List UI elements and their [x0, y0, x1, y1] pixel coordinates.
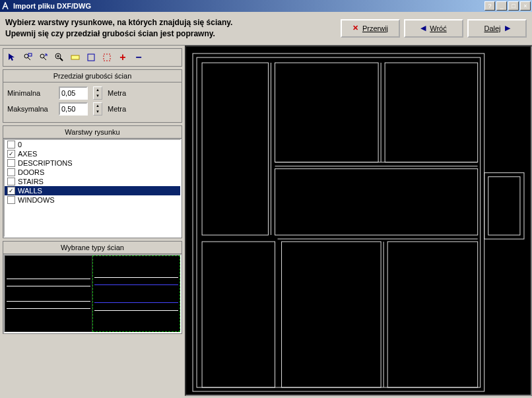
back-button[interactable]: ◀ Wróć [404, 19, 463, 38]
wall-types-panel: Wybrane typy ścian [3, 241, 182, 334]
layer-item-walls[interactable]: ✓WALLS [5, 186, 180, 195]
min-input[interactable] [59, 86, 88, 100]
svg-rect-17 [275, 168, 478, 234]
layer-name: STAIRS [18, 178, 44, 185]
max-input[interactable] [59, 102, 88, 116]
svg-line-6 [60, 58, 63, 61]
svg-rect-19 [488, 176, 520, 234]
layer-checkbox[interactable]: ✓ [7, 187, 15, 195]
svg-rect-15 [275, 63, 379, 162]
min-label: Minimalna [7, 89, 53, 97]
svg-rect-18 [484, 172, 524, 238]
layer-item-stairs[interactable]: STAIRS [5, 177, 180, 186]
cancel-button[interactable]: ✕ Przerwij [341, 19, 400, 38]
layer-checkbox[interactable] [7, 141, 15, 149]
svg-rect-14 [202, 63, 268, 235]
floor-plan [186, 47, 531, 398]
layer-item-doors[interactable]: DOORS [5, 168, 180, 177]
svg-line-4 [44, 57, 46, 60]
max-label: Maksymalna [7, 105, 53, 113]
layer-name: DOORS [18, 168, 44, 176]
zoom-extents-tool[interactable] [36, 50, 51, 65]
triangle-right-icon: ▶ [505, 24, 510, 32]
thickness-panel: Przedział grubości ścian Minimalna ▲▼ Me… [3, 69, 182, 123]
layer-item-windows[interactable]: WINDOWS [5, 195, 180, 205]
svg-rect-10 [88, 54, 94, 61]
svg-line-1 [28, 57, 30, 60]
layer-checkbox[interactable] [7, 168, 15, 176]
instruction-line1: Wybierz warstwy rysunkowe, na których zn… [5, 17, 341, 28]
svg-rect-21 [282, 242, 382, 387]
zoom-in-tool[interactable] [52, 50, 67, 65]
pointer-tool[interactable] [5, 50, 19, 65]
svg-rect-16 [385, 63, 478, 162]
triangle-left-icon: ◀ [420, 24, 426, 32]
wall-types-title: Wybrane typy ścian [3, 242, 182, 254]
instruction-line2: Upewnij się czy przedział grubości ścian… [5, 28, 341, 40]
layers-title: Warstwy rysunku [3, 126, 182, 139]
layer-checkbox[interactable] [7, 178, 15, 185]
plus-icon: + [119, 51, 125, 63]
svg-rect-9 [71, 55, 79, 59]
titlebar-buttons: ? _ □ × [484, 1, 531, 11]
minimize-button[interactable]: _ [496, 1, 507, 11]
pan-tool[interactable] [68, 50, 83, 65]
add-tool[interactable]: + [116, 50, 130, 65]
header: Wybierz warstwy rysunkowe, na których zn… [0, 12, 532, 46]
help-button[interactable]: ? [484, 1, 495, 11]
drawing-viewport[interactable] [185, 46, 532, 396]
wall-preview [3, 254, 182, 333]
titlebar: Import pliku DXF/DWG ? _ □ × [0, 0, 532, 12]
svg-rect-2 [28, 53, 32, 56]
remove-tool[interactable]: − [131, 50, 146, 65]
toolbar: + − [3, 48, 182, 67]
close-button[interactable]: × [520, 1, 531, 11]
layers-panel: Warstwy rysunku 0✓AXESDESCRIPTIONSDOORSS… [3, 125, 182, 238]
min-row: Minimalna ▲▼ Metra [7, 86, 178, 100]
svg-rect-20 [202, 242, 275, 387]
window-title: Import pliku DXF/DWG [13, 2, 484, 10]
main-area: + − Przedział grubości ścian Minimalna ▲… [0, 46, 532, 396]
thickness-title: Przedział grubości ścian [3, 70, 182, 83]
instruction-text: Wybierz warstwy rysunkowe, na których zn… [5, 17, 341, 40]
layer-name: AXES [18, 150, 37, 158]
max-row: Maksymalna ▲▼ Metra [7, 102, 178, 116]
layer-name: 0 [18, 141, 22, 149]
max-spinner[interactable]: ▲▼ [93, 102, 102, 116]
layer-checkbox[interactable] [7, 196, 15, 204]
left-panel: + − Przedział grubości ścian Minimalna ▲… [0, 46, 185, 396]
layer-name: DESCRIPTIONS [18, 159, 73, 167]
layer-item-descriptions[interactable]: DESCRIPTIONS [5, 158, 180, 168]
layer-item-axes[interactable]: ✓AXES [5, 149, 180, 158]
min-unit: Metra [108, 89, 126, 97]
select-marquee-tool[interactable] [100, 50, 114, 65]
wall-type-2[interactable] [92, 255, 180, 332]
zoom-window-tool[interactable] [20, 50, 35, 65]
min-spinner[interactable]: ▲▼ [93, 86, 102, 100]
layer-name: WINDOWS [18, 196, 55, 204]
max-unit: Metra [108, 105, 126, 113]
layer-checkbox[interactable]: ✓ [7, 150, 15, 158]
wall-type-1[interactable] [5, 255, 92, 332]
minus-icon: − [135, 51, 141, 63]
layer-item-0[interactable]: 0 [5, 140, 180, 149]
layer-name: WALLS [18, 187, 42, 195]
app-icon [1, 1, 11, 11]
svg-rect-12 [193, 53, 484, 391]
layer-checkbox[interactable] [7, 159, 15, 167]
layer-list[interactable]: 0✓AXESDESCRIPTIONSDOORSSTAIRS✓WALLSWINDO… [3, 139, 182, 238]
x-icon: ✕ [352, 24, 358, 32]
svg-rect-11 [104, 54, 110, 61]
wizard-buttons: ✕ Przerwij ◀ Wróć Dalej ▶ [341, 19, 527, 38]
next-button[interactable]: Dalej ▶ [467, 19, 527, 38]
svg-rect-22 [387, 242, 478, 387]
svg-rect-13 [197, 57, 481, 387]
maximize-button[interactable]: □ [508, 1, 519, 11]
select-box-tool[interactable] [84, 50, 98, 65]
